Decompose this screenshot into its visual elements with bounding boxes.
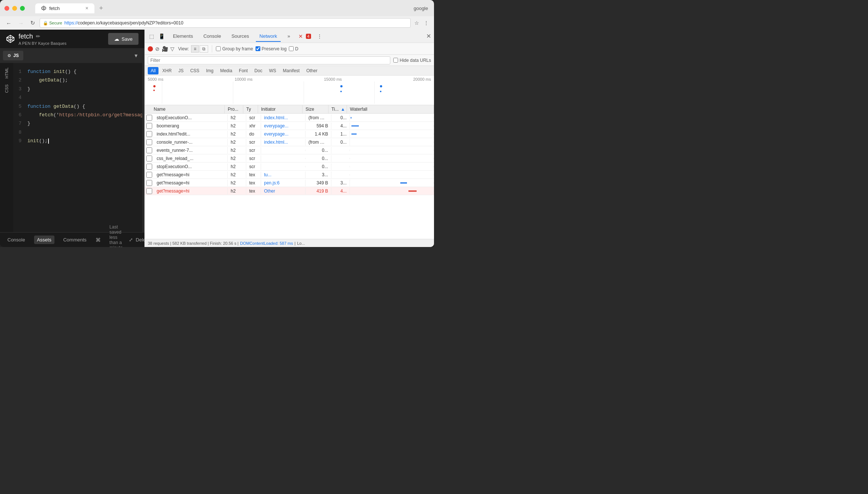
- device-mode-icon[interactable]: 📱: [157, 32, 166, 41]
- save-button[interactable]: ☁ Save: [108, 33, 138, 45]
- network-tab[interactable]: Network: [256, 31, 281, 42]
- inspect-element-icon[interactable]: ⬚: [148, 32, 156, 41]
- initiator-header[interactable]: Initiator: [258, 105, 303, 113]
- preserve-log-checkbox[interactable]: [256, 46, 260, 51]
- code-content[interactable]: function init() { getData(); } function …: [24, 63, 142, 232]
- table-row[interactable]: console_runner-... h2 scr index.html... …: [145, 138, 434, 146]
- css-tab[interactable]: CSS: [3, 81, 10, 96]
- row-initiator[interactable]: Other: [261, 188, 306, 194]
- row-checkbox[interactable]: [146, 172, 152, 178]
- maximize-button[interactable]: [20, 6, 25, 11]
- hide-data-urls-checkbox[interactable]: [393, 58, 398, 63]
- protocol-header[interactable]: Pro...: [225, 105, 243, 113]
- address-bar[interactable]: 🔒 Secure https://codepen.io/kaycebasques…: [40, 18, 411, 28]
- row-checkbox[interactable]: [146, 180, 152, 186]
- group-by-frame-checkbox[interactable]: [216, 46, 221, 51]
- filter-button[interactable]: ▽: [170, 46, 174, 52]
- dom-content-loaded-link[interactable]: DOMContentLoaded: 587 ms: [240, 241, 293, 246]
- expand-button[interactable]: ⤢: [129, 237, 133, 243]
- row-initiator[interactable]: pen.js:6: [261, 180, 306, 186]
- chrome-menu-button[interactable]: ⋮: [422, 19, 430, 27]
- type-doc[interactable]: Doc: [251, 67, 265, 74]
- settings-icon[interactable]: ⚙: [7, 53, 11, 58]
- active-tab[interactable]: fetch ✕: [35, 3, 94, 13]
- more-tabs[interactable]: »: [284, 31, 294, 41]
- html-tab[interactable]: HTML: [3, 64, 10, 81]
- table-row[interactable]: get?message=hi h2 tex pen.js:6 349 B 3..…: [145, 179, 434, 187]
- editor-dropdown-button[interactable]: ▼: [131, 51, 141, 60]
- row-initiator[interactable]: everypage...: [261, 123, 306, 129]
- record-button[interactable]: [148, 46, 153, 51]
- type-ws[interactable]: WS: [266, 67, 279, 74]
- disable-cache-label[interactable]: D: [289, 46, 298, 51]
- code-editor[interactable]: 1 2 3 4 5 6 7 8 9 function init() { getD…: [13, 63, 144, 232]
- type-img[interactable]: Img: [203, 67, 216, 74]
- row-initiator[interactable]: everypage...: [261, 131, 306, 137]
- row-checkbox[interactable]: [146, 139, 152, 145]
- name-header[interactable]: Name: [151, 105, 225, 113]
- console-devtools-tab[interactable]: Console: [200, 31, 225, 41]
- type-xhr[interactable]: XHR: [159, 67, 174, 74]
- close-button[interactable]: [4, 6, 9, 11]
- group-by-frame-label[interactable]: Group by frame: [216, 46, 253, 51]
- type-media[interactable]: Media: [217, 67, 235, 74]
- row-checkbox[interactable]: [146, 147, 152, 153]
- disable-cache-checkbox[interactable]: [289, 46, 294, 51]
- table-row[interactable]: stopExecutionO... h2 scr 0...: [145, 163, 434, 171]
- type-other[interactable]: Other: [303, 67, 320, 74]
- tab-js[interactable]: ⚙ JS: [3, 51, 23, 60]
- row-initiator[interactable]: tu...: [261, 171, 306, 178]
- grid-view-button[interactable]: ⧉: [200, 45, 208, 53]
- network-table[interactable]: Name Pro... Ty Initiator Size Ti... ▲ Wa…: [145, 105, 434, 239]
- bookmark-button[interactable]: ☆: [413, 19, 421, 27]
- elements-tab[interactable]: Elements: [169, 31, 197, 41]
- waterfall-header[interactable]: Waterfall: [347, 105, 434, 113]
- stop-button[interactable]: ⊘: [155, 46, 160, 52]
- forward-button[interactable]: →: [16, 19, 26, 28]
- type-js[interactable]: JS: [176, 67, 187, 74]
- row-checkbox[interactable]: [146, 188, 152, 194]
- type-header[interactable]: Ty: [243, 105, 258, 113]
- edit-icon[interactable]: ✏: [36, 33, 40, 39]
- devtools-settings-button[interactable]: ⋮: [316, 32, 324, 41]
- type-all[interactable]: All: [148, 67, 158, 74]
- row-initiator[interactable]: index.html...: [261, 114, 306, 121]
- row-initiator[interactable]: index.html...: [261, 139, 306, 146]
- table-row[interactable]: css_live_reload_... h2 scr 0...: [145, 154, 434, 163]
- size-header[interactable]: Size: [303, 105, 328, 113]
- camera-button[interactable]: 🎥: [162, 46, 168, 52]
- tab-close-button[interactable]: ✕: [85, 6, 89, 11]
- reload-button[interactable]: ↻: [28, 18, 37, 28]
- row-checkbox[interactable]: [146, 164, 152, 170]
- filter-input[interactable]: [148, 56, 390, 64]
- row-initiator[interactable]: [261, 166, 306, 167]
- timeline-area[interactable]: 5000 ms 10000 ms 15000 ms 20000 ms: [145, 76, 434, 105]
- row-checkbox[interactable]: [146, 115, 152, 121]
- minimize-button[interactable]: [12, 6, 17, 11]
- row-checkbox[interactable]: [146, 123, 152, 129]
- row-checkbox[interactable]: [146, 156, 152, 161]
- table-row[interactable]: get?message=hi h2 tex tu... 3...: [145, 171, 434, 179]
- table-row[interactable]: stopExecutionO... h2 scr index.html... (…: [145, 114, 434, 122]
- comments-tab[interactable]: Comments: [60, 236, 90, 244]
- type-css[interactable]: CSS: [187, 67, 203, 74]
- preserve-log-label[interactable]: Preserve log: [256, 46, 287, 51]
- row-checkbox[interactable]: [146, 131, 152, 137]
- table-row[interactable]: index.html?edit... h2 do everypage... 1.…: [145, 130, 434, 138]
- type-font[interactable]: Font: [236, 67, 251, 74]
- row-initiator[interactable]: [261, 158, 306, 159]
- devtools-close-button[interactable]: ✕: [426, 33, 431, 40]
- table-row[interactable]: events_runner-7... h2 scr 0... getData @…: [145, 146, 434, 154]
- list-view-button[interactable]: ≡: [191, 45, 199, 53]
- time-header[interactable]: Ti... ▲: [328, 105, 347, 113]
- sources-tab[interactable]: Sources: [228, 31, 253, 41]
- console-tab[interactable]: Console: [4, 236, 28, 244]
- row-initiator[interactable]: [261, 150, 306, 151]
- table-row[interactable]: get?message=hi h2 tex Other 419 B 4...: [145, 187, 434, 195]
- back-button[interactable]: ←: [4, 19, 14, 28]
- hide-data-urls-label[interactable]: Hide data URLs: [393, 58, 431, 63]
- type-manifest[interactable]: Manifest: [280, 67, 303, 74]
- table-row[interactable]: boomerang h2 xhr everypage... 594 B 4...: [145, 122, 434, 130]
- new-tab-button[interactable]: +: [96, 3, 106, 13]
- assets-tab[interactable]: Assets: [34, 236, 54, 244]
